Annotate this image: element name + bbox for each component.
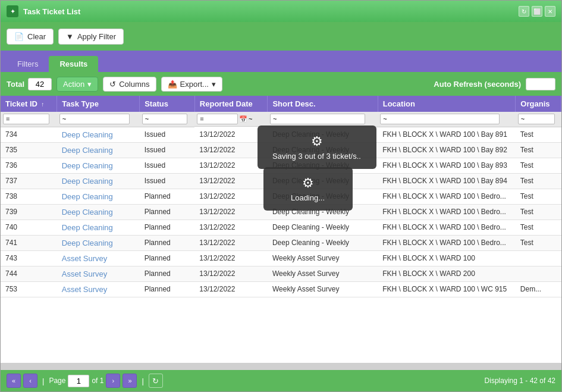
table-row[interactable]: 741Deep CleaningPlanned13/12/2022Deep Cl…	[1, 235, 561, 250]
columns-button[interactable]: ↺ Columns	[103, 77, 156, 92]
task-type-link[interactable]: Asset Survey	[62, 285, 108, 294]
table-row[interactable]: 739Deep CleaningPlanned13/12/2022Deep Cl…	[1, 204, 561, 219]
tab-filters[interactable]: Filters	[7, 56, 49, 72]
page-of: of 1	[92, 377, 103, 385]
undo-icon: ↺	[109, 80, 116, 89]
cell-location: FKH \ BLOCK X \ WARD 200	[378, 266, 516, 281]
table-row[interactable]: 738Deep CleaningPlanned13/12/2022Deep Cl…	[1, 189, 561, 204]
table-row[interactable]: 737Deep CleaningIssued13/12/2022Deep Cle…	[1, 173, 561, 189]
auto-refresh-input[interactable]	[526, 78, 555, 90]
page-separator-left: |	[42, 377, 44, 385]
cell-task-type: Deep Cleaning	[57, 142, 140, 158]
table-row[interactable]: 734Deep CleaningIssued13/12/2022Deep Cle…	[1, 127, 561, 142]
pagination-bar: « ‹ | Page of 1 › » | ↻ Displaying 1 - 4…	[1, 370, 561, 391]
total-label: Total	[7, 80, 24, 89]
task-type-link[interactable]: Deep Cleaning	[62, 192, 113, 201]
horizontal-scrollbar[interactable]	[1, 363, 561, 370]
task-type-link[interactable]: Asset Survey	[62, 254, 108, 263]
clear-button[interactable]: 📄 Clear	[7, 29, 54, 45]
first-page-btn[interactable]: «	[7, 374, 21, 388]
task-type-link[interactable]: Asset Survey	[62, 269, 108, 278]
filter-location-input[interactable]	[380, 114, 500, 124]
close-btn[interactable]: ✕	[545, 6, 555, 17]
filter-location	[378, 112, 516, 127]
clear-icon: 📄	[14, 32, 24, 41]
col-organisation: Organis	[516, 96, 561, 112]
cell-short-desc: Weekly Asset Survey	[268, 281, 378, 297]
cell-reported-date: 13/12/2022	[194, 219, 268, 235]
filter-short-desc	[268, 112, 378, 127]
cell-task-type: Deep Cleaning	[57, 189, 140, 204]
filter-wave-icon: ~	[249, 115, 252, 123]
action-button[interactable]: Action ▾	[56, 77, 98, 92]
cell-status: Planned	[140, 281, 195, 297]
table-row[interactable]: 740Deep CleaningPlanned13/12/2022Deep Cl…	[1, 219, 561, 235]
filter-task-type-input[interactable]	[59, 114, 130, 124]
filter-ticket-id-input[interactable]	[3, 114, 49, 124]
task-type-link[interactable]: Deep Cleaning	[62, 161, 113, 170]
page-number-input[interactable]	[68, 375, 89, 387]
task-type-link[interactable]: Deep Cleaning	[62, 177, 113, 186]
filter-status-input[interactable]	[142, 114, 187, 124]
cell-location: FKH \ BLOCK X \ WARD 100 \ Bay 891	[378, 127, 516, 142]
cell-status: Planned	[140, 204, 195, 219]
cell-organisation: Test	[516, 189, 561, 204]
col-location: Location	[378, 96, 516, 112]
cell-location: FKH \ BLOCK X \ WARD 100 \ Bedro...	[378, 189, 516, 204]
cell-ticket-id: 739	[1, 204, 57, 219]
next-page-btn[interactable]: ›	[106, 374, 120, 388]
table-row[interactable]: 735Deep CleaningIssued13/12/2022Deep Cle…	[1, 142, 561, 158]
table-row[interactable]: 753Asset SurveyPlanned13/12/2022Weekly A…	[1, 281, 561, 297]
cell-organisation: Test	[516, 158, 561, 173]
cell-location: FKH \ BLOCK X \ WARD 100 \ Bay 893	[378, 158, 516, 173]
cell-ticket-id: 735	[1, 142, 57, 158]
tab-results[interactable]: Results	[49, 56, 98, 72]
table-row[interactable]: 736Deep CleaningIssued13/12/2022Deep Cle…	[1, 158, 561, 173]
col-ticket-id: Ticket ID ↑	[1, 96, 57, 112]
task-type-link[interactable]: Deep Cleaning	[62, 130, 113, 139]
filter-date-input[interactable]	[197, 114, 238, 124]
cell-ticket-id: 734	[1, 127, 57, 142]
cell-short-desc: Deep Cleaning - Weekly	[268, 142, 378, 158]
cell-status: Issued	[140, 173, 195, 189]
cell-reported-date: 13/12/2022	[194, 173, 268, 189]
col-short-desc: Short Desc.	[268, 96, 378, 112]
cell-ticket-id: 744	[1, 266, 57, 281]
col-task-type: Task Type	[57, 96, 140, 112]
sub-toolbar: Total 42 Action ▾ ↺ Columns 📤 Export... …	[1, 72, 561, 96]
cell-reported-date: 13/12/2022	[194, 266, 268, 281]
task-type-link[interactable]: Deep Cleaning	[62, 223, 113, 232]
action-dropdown-icon: ▾	[87, 80, 92, 89]
filter-organisation-input[interactable]	[518, 114, 555, 124]
export-button[interactable]: 📤 Export... ▾	[161, 77, 222, 92]
window-title: Task Ticket List	[23, 7, 80, 16]
filter-row: 📅 ~	[1, 112, 561, 127]
task-type-link[interactable]: Deep Cleaning	[62, 146, 113, 155]
apply-filter-label: Apply Filter	[77, 32, 116, 41]
task-type-link[interactable]: Deep Cleaning	[62, 239, 113, 247]
filter-ticket-id	[1, 112, 57, 127]
clear-label: Clear	[27, 32, 46, 41]
maximize-btn[interactable]: ⬜	[532, 6, 542, 17]
cell-reported-date: 13/12/2022	[194, 235, 268, 250]
task-type-link[interactable]: Deep Cleaning	[62, 208, 113, 217]
calendar-icon[interactable]: 📅	[239, 115, 247, 123]
table-row[interactable]: 743Asset SurveyPlanned13/12/2022Weekly A…	[1, 250, 561, 266]
apply-filter-button[interactable]: ▼ Apply Filter	[58, 29, 124, 45]
cell-status: Planned	[140, 189, 195, 204]
auto-refresh-control: Auto Refresh (seconds)	[434, 78, 555, 90]
cell-task-type: Deep Cleaning	[57, 219, 140, 235]
last-page-btn[interactable]: »	[123, 374, 137, 388]
prev-page-btn[interactable]: ‹	[23, 374, 37, 388]
cell-ticket-id: 741	[1, 235, 57, 250]
cell-ticket-id: 737	[1, 173, 57, 189]
refresh-pagination-btn[interactable]: ↻	[149, 374, 163, 388]
cell-short-desc: Weekly Asset Survey	[268, 250, 378, 266]
filter-short-desc-input[interactable]	[270, 114, 365, 124]
table-row[interactable]: 744Asset SurveyPlanned13/12/2022Weekly A…	[1, 266, 561, 281]
export-dropdown-icon: ▾	[212, 80, 216, 89]
refresh-window-btn[interactable]: ↻	[519, 6, 529, 17]
cell-short-desc: Deep Cleaning - Weekly	[268, 173, 378, 189]
cell-organisation: Test	[516, 142, 561, 158]
cell-ticket-id: 738	[1, 189, 57, 204]
